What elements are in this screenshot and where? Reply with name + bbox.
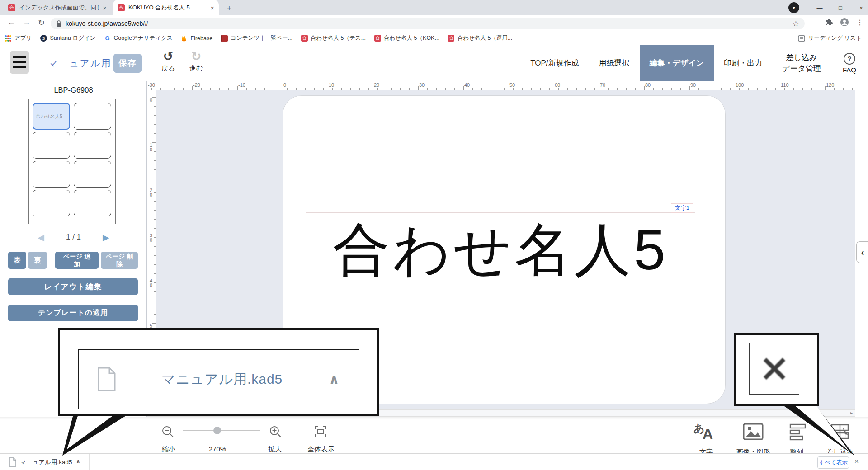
h-ruler-label: 90 (690, 82, 696, 88)
profile-icon[interactable]: ▾ (788, 2, 809, 13)
bookmark-item[interactable]: アプリ (5, 34, 32, 42)
tab-close-icon[interactable]: × (210, 5, 214, 11)
sheet-cell[interactable] (74, 103, 111, 130)
browser-reload-icon[interactable]: ↻ (38, 18, 45, 28)
fit-view-icon (314, 425, 327, 438)
browser-address-bar: ← → ↻ kokuyo-st.co.jp/awase5web/# ☆ ⋮ (0, 15, 868, 31)
front-side-button[interactable]: 表 (8, 252, 26, 269)
extensions-puzzle-icon[interactable] (825, 18, 833, 26)
new-tab-button[interactable]: + (224, 3, 234, 13)
window-minimize-button[interactable]: — (809, 5, 830, 11)
text-object-frame[interactable]: 合わせ名人5 (306, 212, 695, 288)
right-panel-toggle[interactable]: ‹ (856, 241, 868, 263)
h-ruler-label: 80 (645, 82, 651, 88)
bookmark-item[interactable]: コンテンツ｜一覧ペー... (221, 34, 292, 42)
h-ruler-label: 60 (555, 82, 560, 88)
callout-caret-up-icon: ∧ (329, 371, 340, 387)
h-ruler-label: -10 (238, 82, 245, 88)
app-header: マニュアル用 保存 ↺ 戻る ↻ 進む TOP/新規作成用紙選択編集・デザイン印… (0, 45, 868, 81)
omnibox[interactable]: kokuyo-st.co.jp/awase5web/# ☆ (51, 18, 805, 29)
browser-tab-bar: 合インデックス作成画面で、同じ枠内の×合KOKUYO 合わせ名人 5× + ▾ … (0, 0, 868, 15)
nav-tab-3[interactable]: 編集・デザイン (640, 45, 714, 81)
sheet-cell-text: 合わせ名人5 (36, 113, 62, 120)
h-ruler-label: 10 (329, 82, 334, 88)
faq-label: FAQ (843, 66, 856, 74)
sheet-cell[interactable] (33, 190, 70, 216)
add-page-button[interactable]: ページ 追加 (55, 252, 99, 269)
zoom-in-button[interactable] (269, 425, 282, 440)
merge-tool-button[interactable] (827, 423, 853, 443)
nav-tab-5[interactable]: 差し込みデータ管理 (772, 45, 831, 81)
sheet-cell[interactable] (74, 161, 111, 188)
browser-forward-icon[interactable]: → (23, 18, 31, 27)
shelf-close-icon[interactable]: × (854, 457, 859, 465)
scroll-right-icon[interactable]: ▸ (850, 410, 853, 415)
h-ruler-label: 20 (374, 82, 379, 88)
bookmark-label: アプリ (14, 34, 32, 42)
bookmark-item[interactable]: 合合わせ名人 5（KOK... (374, 34, 439, 42)
bookmark-item[interactable]: Firebase (180, 35, 212, 42)
horizontal-ruler: -30-20-100102030405060708090100110120 (147, 81, 855, 90)
browser-menu-kebab-icon[interactable]: ⋮ (856, 18, 863, 27)
bookmark-item[interactable]: GGoogleアナリティクス (104, 34, 173, 42)
show-all-downloads-button[interactable]: すべて表示 (817, 456, 849, 469)
redo-icon: ↻ (184, 50, 209, 63)
nav-tab-label2: データ管理 (782, 63, 821, 74)
download-filename[interactable]: マニュアル用.kad5 (20, 458, 72, 466)
bookmark-item[interactable]: SSantana ログイン (40, 34, 95, 42)
santana-icon: S (40, 35, 47, 42)
sheet-cell[interactable] (74, 132, 111, 159)
redo-button[interactable]: ↻ 進む (184, 50, 209, 73)
v-ruler-label: 20 (148, 188, 154, 197)
fit-view-button[interactable] (314, 425, 327, 440)
prev-page-button[interactable]: ◀ (38, 232, 44, 243)
next-page-button[interactable]: ▶ (103, 232, 109, 243)
browser-tab[interactable]: 合KOKUYO 合わせ名人 5× (113, 0, 219, 15)
nav-tab-2[interactable]: 用紙選択 (589, 45, 640, 81)
red-book-icon (221, 35, 228, 42)
zoom-slider-track[interactable] (183, 430, 260, 431)
browser-back-icon[interactable]: ← (7, 18, 15, 27)
apply-template-button[interactable]: テンプレートの適用 (8, 305, 138, 321)
image-tool-button[interactable] (741, 423, 766, 442)
sheet-cell[interactable] (33, 132, 70, 159)
bookmark-star-icon[interactable]: ☆ (793, 19, 799, 28)
apps-grid-icon (5, 35, 12, 42)
reading-list-icon (798, 35, 805, 42)
faq-button[interactable]: ?FAQ (831, 45, 868, 81)
browser-tab[interactable]: 合インデックス作成画面で、同じ枠内の× (4, 0, 111, 15)
back-side-button[interactable]: 裏 (28, 252, 47, 269)
nav-tab-4[interactable]: 印刷・出力 (714, 45, 772, 81)
bookmark-item[interactable]: 合合わせ名人 5（運用... (448, 34, 512, 42)
nav-tab-1[interactable]: TOP/新規作成 (520, 45, 589, 81)
align-tool-button[interactable] (784, 423, 809, 443)
bottom-toolbar: 縮小 270% 拡大 全体表示 あA文字画像・図形整列差し込み (0, 417, 868, 453)
tab-favicon-icon: 合 (8, 4, 15, 11)
save-button[interactable]: 保存 (113, 54, 142, 73)
download-caret-icon[interactable]: ∧ (76, 458, 80, 465)
faq-question-icon: ? (844, 53, 855, 65)
reading-list-button[interactable]: リーディング リスト (798, 31, 862, 45)
callout-close-inner-box (749, 343, 799, 395)
hamburger-menu-button[interactable] (10, 51, 29, 74)
zoom-out-button[interactable] (161, 425, 175, 440)
browser-profile-avatar[interactable] (840, 18, 849, 27)
sheet-cell[interactable]: 合わせ名人5 (33, 103, 70, 130)
callout-filename: マニュアル用.kad5 (125, 370, 320, 389)
tab-close-icon[interactable]: × (103, 5, 107, 11)
bookmark-item[interactable]: 合合わせ名人 5（テス... (301, 34, 366, 42)
layout-edit-button[interactable]: レイアウト編集 (8, 278, 138, 295)
callout-close-x-icon (760, 354, 789, 384)
nav-tab-label: TOP/新規作成 (530, 58, 579, 69)
tab-title: インデックス作成画面で、同じ枠内の (19, 4, 99, 12)
window-close-button[interactable]: × (851, 5, 868, 11)
undo-button[interactable]: ↺ 戻る (156, 50, 181, 73)
window-maximize-button[interactable]: □ (830, 5, 851, 11)
sheet-cell[interactable] (74, 190, 111, 216)
h-ruler-label: 110 (781, 82, 789, 88)
sheet-cell[interactable] (33, 161, 70, 188)
zoom-slider-knob[interactable] (213, 427, 221, 434)
zoom-out-label: 縮小 (156, 445, 181, 454)
delete-page-button[interactable]: ページ 削除 (101, 252, 138, 269)
zoom-in-label: 拡大 (262, 445, 288, 454)
